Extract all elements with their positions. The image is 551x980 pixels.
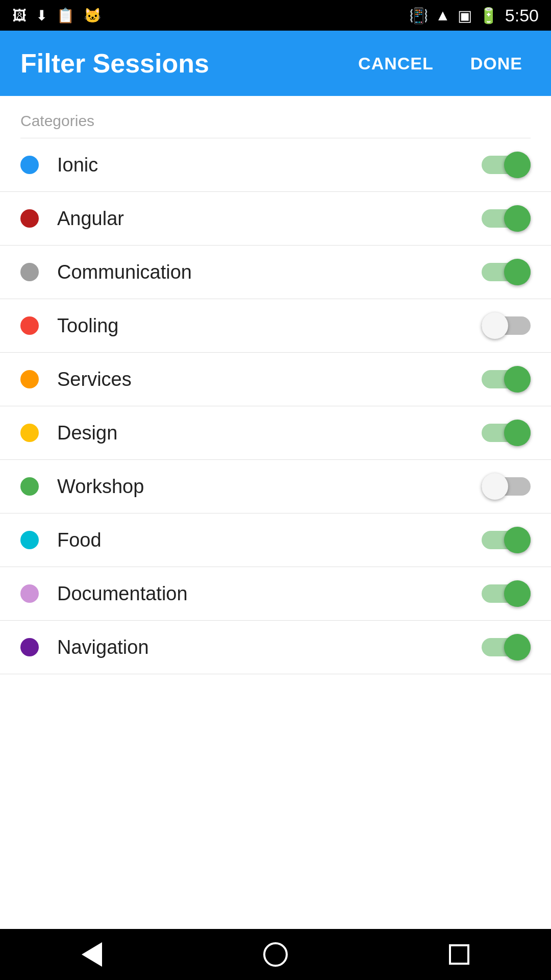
bug-icon: 🐱 (84, 7, 102, 24)
toggle-thumb-documentation (504, 580, 531, 607)
category-dot-communication (20, 263, 39, 281)
category-dot-tooling (20, 316, 39, 335)
recents-button[interactable] (439, 934, 480, 975)
category-row: Angular (0, 192, 551, 246)
category-name-services: Services (57, 369, 482, 390)
category-name-navigation: Navigation (57, 636, 482, 658)
toggle-thumb-workshop (482, 473, 508, 500)
toggle-thumb-services (504, 366, 531, 393)
status-bar-right: 📳 ▲ ▣ 🔋 5:50 (409, 6, 539, 26)
category-name-design: Design (57, 422, 482, 444)
toggle-workshop[interactable] (482, 473, 531, 500)
category-name-tooling: Tooling (57, 315, 482, 337)
wifi-icon: ▲ (435, 7, 450, 24)
category-name-ionic: Ionic (57, 154, 482, 176)
toggle-services[interactable] (482, 366, 531, 393)
toggle-ionic[interactable] (482, 152, 531, 178)
status-bar-left: 🖼 ⬇ 📋 🐱 (12, 7, 102, 24)
category-dot-ionic (20, 156, 39, 174)
toggle-documentation[interactable] (482, 580, 531, 607)
category-list: IonicAngularCommunicationToolingServices… (0, 138, 551, 929)
screenshot-icon: 🖼 (12, 7, 27, 24)
toggle-angular[interactable] (482, 205, 531, 232)
cancel-button[interactable]: CANCEL (350, 50, 442, 78)
category-name-communication: Communication (57, 261, 482, 283)
toggle-design[interactable] (482, 420, 531, 446)
battery-icon: 🔋 (479, 7, 498, 24)
page-title: Filter Sessions (20, 48, 350, 79)
toggle-thumb-design (504, 420, 531, 446)
toggle-tooling[interactable] (482, 312, 531, 339)
recents-icon (449, 944, 469, 965)
download-icon: ⬇ (36, 7, 47, 24)
category-row: Services (0, 353, 551, 406)
home-button[interactable] (255, 934, 296, 975)
section-label: Categories (0, 96, 551, 138)
category-name-documentation: Documentation (57, 583, 482, 605)
back-button[interactable] (71, 934, 112, 975)
category-row: Workshop (0, 460, 551, 513)
app-header: Filter Sessions CANCEL DONE (0, 31, 551, 96)
category-name-angular: Angular (57, 208, 482, 230)
category-row: Navigation (0, 621, 551, 674)
category-dot-documentation (20, 584, 39, 603)
toggle-thumb-food (504, 527, 531, 553)
status-time: 5:50 (505, 6, 539, 26)
toggle-thumb-angular (504, 205, 531, 232)
status-bar: 🖼 ⬇ 📋 🐱 📳 ▲ ▣ 🔋 5:50 (0, 0, 551, 31)
nav-bar (0, 929, 551, 980)
vibrate-icon: 📳 (409, 7, 428, 24)
done-button[interactable]: DONE (462, 50, 531, 78)
category-name-workshop: Workshop (57, 476, 482, 498)
toggle-food[interactable] (482, 527, 531, 553)
toggle-communication[interactable] (482, 259, 531, 285)
toggle-thumb-ionic (504, 152, 531, 178)
category-dot-workshop (20, 477, 39, 496)
category-name-food: Food (57, 529, 482, 551)
signal-icon: ▣ (458, 7, 472, 24)
header-actions: CANCEL DONE (350, 50, 531, 78)
category-dot-services (20, 370, 39, 388)
category-row: Communication (0, 246, 551, 299)
back-icon (82, 942, 102, 967)
toggle-thumb-navigation (504, 634, 531, 660)
category-row: Tooling (0, 299, 551, 353)
category-row: Ionic (0, 138, 551, 192)
clipboard-icon: 📋 (57, 7, 74, 24)
toggle-thumb-communication (504, 259, 531, 285)
toggle-navigation[interactable] (482, 634, 531, 660)
category-row: Food (0, 513, 551, 567)
category-dot-design (20, 424, 39, 442)
toggle-thumb-tooling (482, 312, 508, 339)
category-dot-navigation (20, 638, 39, 656)
category-row: Documentation (0, 567, 551, 621)
home-icon (263, 942, 288, 967)
category-dot-food (20, 531, 39, 549)
category-dot-angular (20, 209, 39, 228)
category-row: Design (0, 406, 551, 460)
